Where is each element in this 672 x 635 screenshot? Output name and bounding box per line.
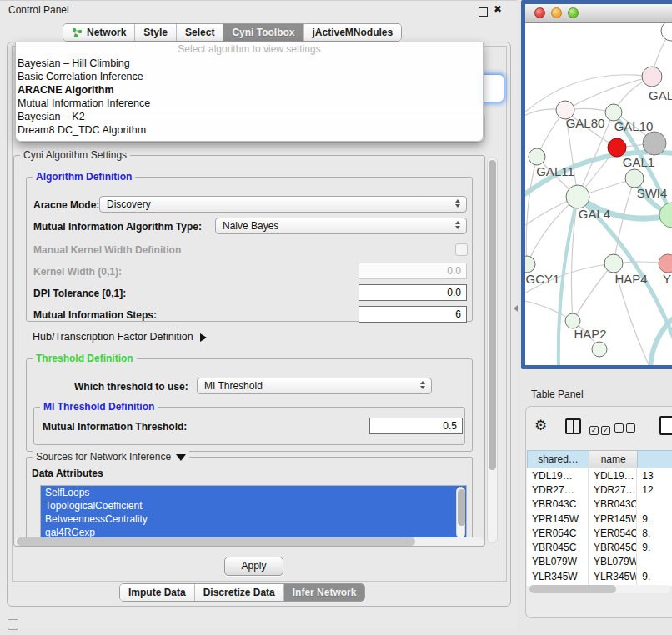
network-node-label: GAL11 xyxy=(536,164,574,178)
table-panel-title: Table Panel xyxy=(531,388,584,400)
network-node xyxy=(642,67,662,87)
which-threshold-combo[interactable]: MI Threshold xyxy=(197,378,432,394)
sources-title[interactable]: Sources for Network Inference xyxy=(33,451,189,462)
tab-discretize-data[interactable]: Discretize Data xyxy=(195,584,284,601)
apply-button[interactable]: Apply xyxy=(224,557,283,576)
table-row[interactable]: YBL079WYBL079W xyxy=(527,555,672,569)
settings-scrollbar[interactable] xyxy=(487,157,498,543)
combo-arrows-icon xyxy=(455,221,460,229)
gear-icon[interactable]: ⚙ xyxy=(534,417,547,433)
table-row[interactable]: YBR045CYBR045C9. xyxy=(527,540,672,554)
algorithm-option[interactable]: Basic Correlation Inference xyxy=(16,70,483,83)
combo-arrows-icon xyxy=(455,199,460,208)
dpi-tolerance-input[interactable]: 0.0 xyxy=(359,284,467,301)
network-node xyxy=(659,254,672,272)
table-row[interactable]: YDR27…YDR27…12 xyxy=(527,482,672,497)
mi-threshold-input[interactable]: 0.5 xyxy=(369,418,463,434)
attribute-item[interactable]: BetweennessCentrality xyxy=(41,512,466,526)
minimized-panel-icon[interactable] xyxy=(8,619,18,630)
network-node xyxy=(643,132,666,155)
tab-network[interactable]: Network xyxy=(63,24,135,41)
mi-threshold-label: Mutual Information Threshold: xyxy=(43,421,187,432)
manual-kernel-label: Manual Kernel Width Definition xyxy=(33,244,181,256)
network-node xyxy=(529,148,545,165)
tab-cyni-toolbox[interactable]: Cyni Toolbox xyxy=(223,24,303,41)
algorithm-option[interactable]: Mutual Information Inference xyxy=(16,97,483,110)
column-header-cut[interactable] xyxy=(637,450,672,468)
manual-kernel-checkbox[interactable] xyxy=(455,243,468,256)
table-row[interactable]: YLR345WYLR345W9. xyxy=(527,569,672,583)
column-header-shared-name[interactable]: shared… xyxy=(527,450,589,468)
network-node-label: HAP2 xyxy=(574,327,606,341)
close-window-icon[interactable] xyxy=(534,8,545,18)
algorithm-dropdown-popup: Select algorithm to view settings Bayesi… xyxy=(15,42,484,142)
network-node xyxy=(592,342,607,357)
network-node xyxy=(566,185,589,208)
network-node-label: GAL1 xyxy=(623,155,654,169)
attributes-scrollbar[interactable] xyxy=(456,487,465,538)
select-all-checkboxes-icon[interactable]: ✓✓ xyxy=(589,421,613,436)
tab-style[interactable]: Style xyxy=(135,24,177,41)
table-header: shared… name xyxy=(527,450,672,468)
expanded-arrow-icon xyxy=(176,454,186,461)
network-window-titlebar[interactable] xyxy=(525,4,672,22)
mi-steps-label: Mutual Information Steps: xyxy=(33,309,157,321)
control-panel-tabs: Network Style Select Cyni Toolbox jActiv… xyxy=(63,23,402,42)
algorithm-option[interactable]: Dream8 DC_TDC Algorithm xyxy=(16,123,483,137)
mi-type-combo[interactable]: Naive Bayes xyxy=(215,218,467,234)
kernel-width-label: Kernel Width (0,1): xyxy=(33,266,122,278)
table-row[interactable]: YPR145WYPR145W9. xyxy=(527,512,672,526)
tab-select[interactable]: Select xyxy=(177,24,223,41)
network-node xyxy=(608,138,626,157)
combo-arrows-icon xyxy=(420,381,425,389)
close-panel-icon[interactable]: ✖ xyxy=(494,3,502,15)
settings-hscrollbar[interactable] xyxy=(15,538,484,546)
aracne-mode-combo[interactable]: Discovery xyxy=(99,196,467,212)
column-header-name[interactable]: name xyxy=(589,450,637,468)
table-hscrollbar[interactable] xyxy=(529,585,670,593)
tab-impute-data[interactable]: Impute Data xyxy=(120,584,195,601)
network-node xyxy=(661,22,672,41)
table-row[interactable]: YBR043CYBR043C xyxy=(527,498,672,512)
minimize-window-icon[interactable] xyxy=(551,8,562,18)
data-attributes-label: Data Attributes xyxy=(32,468,103,479)
algorithm-option-selected[interactable]: ARACNE Algorithm xyxy=(16,83,483,97)
node-table: shared… name YDL19…YDL19…13 YDR27…YDR27…… xyxy=(527,450,672,586)
attribute-item[interactable]: TopologicalCoefficient xyxy=(41,499,466,512)
network-node-label: Y xyxy=(663,272,671,286)
algorithm-combo-focus-edge[interactable] xyxy=(481,74,504,102)
table-row[interactable]: YDL19…YDL19…13 xyxy=(527,468,672,482)
network-canvas[interactable]: GALGAL80GAL10GAL1SWI4GAL11GAL4GCY1HAP4YH… xyxy=(525,22,672,365)
network-node xyxy=(659,202,672,228)
aracne-mode-label: Aracne Mode: xyxy=(33,199,99,211)
algorithm-option[interactable]: Bayesian – Hill Climbing xyxy=(16,57,483,70)
float-window-button[interactable] xyxy=(479,8,488,17)
mi-type-label: Mutual Information Algorithm Type: xyxy=(33,221,202,232)
algorithm-definition-title: Algorithm Definition xyxy=(33,171,135,182)
data-attributes-list: SelfLoops TopologicalCoefficient Between… xyxy=(40,485,467,540)
export-table-icon[interactable] xyxy=(659,416,672,435)
screen: { "colors": { "selection_blue": "#3a6fd8… xyxy=(0,0,672,635)
network-node-label: HAP4 xyxy=(614,272,647,286)
network-icon xyxy=(72,28,83,38)
zoom-window-icon[interactable] xyxy=(568,8,579,18)
kernel-width-input[interactable]: 0.0 xyxy=(359,262,467,279)
network-node xyxy=(604,254,623,272)
algorithm-definition-group: Algorithm Definition Aracne Mode: Discov… xyxy=(26,177,473,322)
attribute-item[interactable]: SelfLoops xyxy=(41,486,466,499)
network-node-label: GAL4 xyxy=(579,207,610,221)
column-visibility-icon[interactable] xyxy=(565,418,581,434)
tab-jactivemnodules[interactable]: jActiveMNodules xyxy=(304,24,402,41)
algorithm-option[interactable]: Bayesian – K2 xyxy=(16,110,483,123)
network-node xyxy=(605,104,622,121)
table-row[interactable]: YER054CYER054C8. xyxy=(527,526,672,540)
network-node-label: SWI4 xyxy=(637,186,668,200)
divider-collapse-arrow[interactable] xyxy=(514,305,518,312)
control-panel: Control Panel ✖ Network Style Select Cyn… xyxy=(0,0,517,629)
hub-tf-definition-toggle[interactable]: Hub/Transcription Factor Definition xyxy=(33,331,207,342)
sources-group: Sources for Network Inference Data Attri… xyxy=(26,457,473,544)
cyni-bottom-tabs: Impute Data Discretize Data Infer Networ… xyxy=(119,583,365,602)
mi-steps-input[interactable]: 6 xyxy=(359,306,467,322)
deselect-all-checkboxes-icon[interactable] xyxy=(614,421,638,436)
tab-infer-network[interactable]: Infer Network xyxy=(284,584,365,601)
